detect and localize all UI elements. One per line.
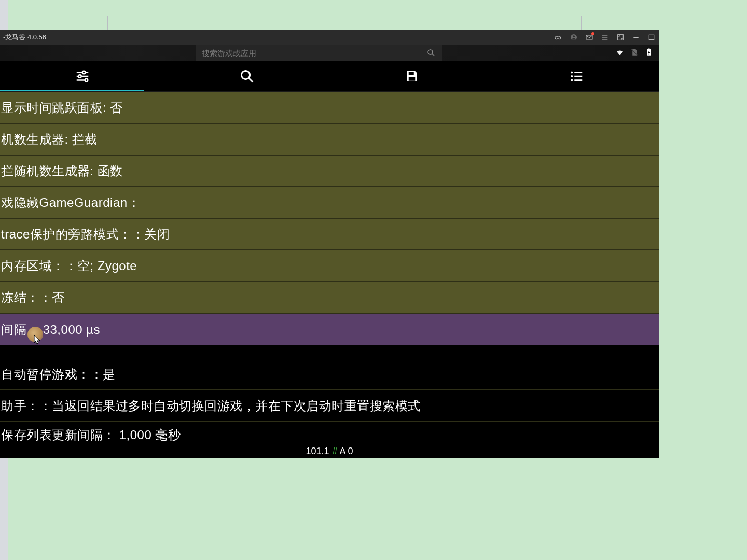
window-title: -龙马谷 4.0.56 xyxy=(3,33,46,42)
setting-label: 助手：：当返回结果过多时自动切换回游戏，并在下次启动时重置搜索模式 xyxy=(1,398,421,414)
fullscreen-icon[interactable] xyxy=(616,33,625,41)
setting-row[interactable]: 助手：：当返回结果过多时自动切换回游戏，并在下次启动时重置搜索模式 xyxy=(0,390,659,422)
tab-sliders[interactable] xyxy=(0,61,165,91)
svg-point-10 xyxy=(85,79,88,82)
setting-label: 戏隐藏GameGuardian： xyxy=(1,194,140,211)
setting-row[interactable]: trace保护的旁路模式：：关闭 xyxy=(0,219,659,250)
wifi-icon xyxy=(615,48,625,59)
mail-icon[interactable] xyxy=(585,33,593,41)
launcher-search-input[interactable] xyxy=(202,49,426,58)
tab-list[interactable] xyxy=(494,61,659,91)
active-tab-underline xyxy=(0,90,144,91)
settings-list: 显示时间跳跃面板: 否 机数生成器: 拦截 拦随机数生成器: 函数 戏隐藏Gam… xyxy=(0,92,659,448)
menu-icon[interactable] xyxy=(601,33,609,41)
setting-row[interactable]: 自动暂停游戏：：是 xyxy=(0,359,659,390)
setting-label: 机数生成器: 拦截 xyxy=(1,131,98,148)
titlebar-left: -龙马谷 4.0.56 xyxy=(2,33,46,42)
svg-rect-4 xyxy=(649,35,654,39)
status-suffix: A 0 xyxy=(340,446,353,457)
setting-label: 显示时间跳跃面板: 否 xyxy=(1,100,123,116)
setting-label: 间隔： 33,000 µs xyxy=(1,321,100,338)
svg-point-11 xyxy=(242,71,250,79)
setting-label: 内存区域：：空; Zygote xyxy=(1,258,137,274)
svg-point-1 xyxy=(573,35,575,37)
no-sim-icon xyxy=(630,48,639,59)
setting-label: 拦随机数生成器: 函数 xyxy=(1,163,123,179)
svg-point-16 xyxy=(571,79,573,81)
emulator-window: -龙马谷 4.0.56 xyxy=(0,30,659,458)
tab-search[interactable] xyxy=(165,61,330,91)
setting-row[interactable]: 拦随机数生成器: 函数 xyxy=(0,156,659,187)
host-tab-divider xyxy=(107,16,108,30)
emulator-header-strip xyxy=(0,45,659,61)
status-version: 101.1 xyxy=(306,446,329,457)
gg-status-bar: 101.1 # A 0 xyxy=(0,444,659,458)
setting-row[interactable]: 内存区域：：空; Zygote xyxy=(0,250,659,282)
svg-rect-3 xyxy=(618,35,624,40)
setting-row[interactable]: 机数生成器: 拦截 xyxy=(0,124,659,156)
setting-label: trace保护的旁路模式：：关闭 xyxy=(1,226,170,243)
gamepad-icon[interactable] xyxy=(554,33,562,41)
setting-label: 保存列表更新间隔： 1,000 毫秒 xyxy=(1,427,181,443)
svg-point-14 xyxy=(571,72,573,74)
host-top-area xyxy=(8,0,747,30)
setting-row[interactable]: 冻结：：否 xyxy=(0,282,659,314)
svg-point-5 xyxy=(428,50,433,54)
status-hash: # xyxy=(333,446,338,457)
setting-row[interactable]: 戏隐藏GameGuardian： xyxy=(0,187,659,219)
gg-tab-row xyxy=(0,61,659,92)
titlebar-right xyxy=(554,33,656,41)
section-gap xyxy=(0,345,659,359)
svg-point-9 xyxy=(78,75,81,78)
setting-row[interactable]: 显示时间跳跃面板: 否 xyxy=(0,92,659,124)
svg-point-8 xyxy=(82,71,86,74)
minimize-icon[interactable] xyxy=(632,33,640,41)
svg-rect-2 xyxy=(586,35,592,39)
search-icon xyxy=(426,48,436,58)
svg-rect-13 xyxy=(409,77,416,81)
setting-row-highlight[interactable]: 间隔： 33,000 µs xyxy=(0,314,659,345)
setting-label: 自动暂停游戏：：是 xyxy=(1,366,116,383)
launcher-search-bar[interactable] xyxy=(196,45,442,61)
svg-rect-12 xyxy=(409,72,414,75)
svg-point-15 xyxy=(571,75,573,77)
tab-save[interactable] xyxy=(329,61,494,91)
user-avatar-icon[interactable] xyxy=(570,33,578,41)
battery-charging-icon xyxy=(644,48,654,59)
maximize-icon[interactable] xyxy=(647,33,656,41)
host-tab-divider xyxy=(581,16,582,30)
svg-rect-7 xyxy=(648,49,650,50)
emulator-titlebar: -龙马谷 4.0.56 xyxy=(0,30,659,45)
android-status-icons xyxy=(615,48,654,59)
setting-label: 冻结：：否 xyxy=(1,289,65,306)
